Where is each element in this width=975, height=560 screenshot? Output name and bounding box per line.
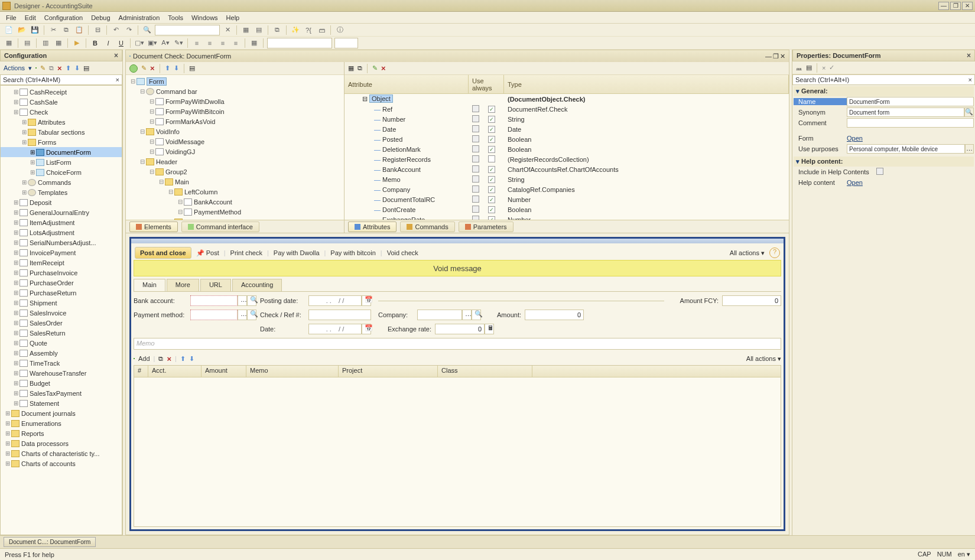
menu-windows[interactable]: Windows bbox=[191, 14, 218, 21]
edit-icon[interactable]: ✎ bbox=[40, 64, 46, 72]
tb2-icon-4[interactable]: ▦ bbox=[53, 38, 64, 48]
attr-row[interactable]: — DeletionMark✓Boolean bbox=[344, 144, 789, 154]
form-tree-item[interactable]: ⊟Command bar bbox=[126, 86, 344, 96]
form-add-icon[interactable] bbox=[129, 64, 138, 73]
form-edit-icon[interactable]: ✎ bbox=[141, 64, 147, 72]
minimize-button[interactable]: — bbox=[938, 2, 949, 10]
tree-item[interactable]: ⊞Forms bbox=[1, 137, 122, 147]
form-tree-item[interactable]: ⊟Form bbox=[126, 76, 344, 86]
pay-bitcoin-button[interactable]: Pay with bitcoin bbox=[330, 249, 375, 256]
tab-attributes[interactable]: Attributes bbox=[348, 222, 396, 232]
prop-comment-input[interactable] bbox=[847, 118, 974, 128]
attr-row[interactable]: — BankAccount✓ChartOfAccountsRef.ChartOf… bbox=[344, 164, 789, 174]
tb2-icon-3[interactable]: ▥ bbox=[40, 38, 51, 48]
tb2-icon-1[interactable]: ▦ bbox=[4, 38, 14, 48]
form-up-icon[interactable]: ⬆ bbox=[165, 64, 170, 72]
menu-configuration[interactable]: Configuration bbox=[44, 14, 83, 21]
form-down-icon[interactable]: ⬇ bbox=[174, 64, 179, 72]
form-tree-item[interactable]: ⊟Header bbox=[126, 157, 344, 167]
tree-item[interactable]: ⊞Enumerations bbox=[1, 418, 122, 428]
props-cat-icon[interactable]: ▤ bbox=[806, 64, 812, 71]
menu-administration[interactable]: Administration bbox=[119, 14, 160, 21]
attr-row[interactable]: — Company✓CatalogRef.Companies bbox=[344, 184, 789, 194]
help-content-link[interactable]: Open bbox=[847, 179, 863, 186]
grid-all-actions[interactable]: All actions ▾ bbox=[746, 355, 781, 363]
col-project[interactable]: Project bbox=[339, 366, 438, 377]
void-check-button[interactable]: Void check bbox=[387, 249, 418, 256]
attr-row[interactable]: — Memo✓String bbox=[344, 174, 789, 184]
attr-row[interactable]: — RegisterRecords(RegisterRecordsCollect… bbox=[344, 154, 789, 164]
tree-item[interactable]: ⊞TimeTrack bbox=[1, 358, 122, 368]
grid-add-icon[interactable] bbox=[134, 358, 135, 359]
tab-commands[interactable]: Commands bbox=[400, 222, 454, 232]
props-search[interactable]: Search (Ctrl+Alt+I)× bbox=[792, 74, 975, 85]
tab-elements[interactable]: Elements bbox=[129, 222, 178, 232]
config-search[interactable]: Search (Ctrl+Alt+M)× bbox=[0, 74, 122, 85]
db-icon[interactable]: 🗃 bbox=[316, 25, 327, 35]
attr-row[interactable]: — ExchangeRate✓Number bbox=[344, 214, 789, 220]
toolbar-icon-a[interactable]: ▦ bbox=[240, 25, 251, 35]
attr-row[interactable]: — DocumentTotalRC✓Number bbox=[344, 194, 789, 204]
tree-item[interactable]: ⊞Charts of characteristic ty... bbox=[1, 448, 122, 458]
tb2-icon-2[interactable]: ▤ bbox=[22, 38, 32, 48]
tree-item[interactable]: ⊞InvoicePayment bbox=[1, 248, 122, 258]
tree-item[interactable]: ⊞PurchaseOrder bbox=[1, 278, 122, 288]
tree-item[interactable]: ⊞Deposit bbox=[1, 197, 122, 207]
attr-row[interactable]: — Posted✓Boolean bbox=[344, 134, 789, 144]
form-tree-item[interactable]: ⊟VoidingGJ bbox=[126, 146, 344, 157]
tree-item[interactable]: ⊞SalesOrder bbox=[1, 318, 122, 328]
syntax-icon[interactable]: ?{ bbox=[303, 25, 314, 35]
compare-icon[interactable]: ⊟ bbox=[92, 25, 103, 35]
form-elements-tree[interactable]: ⊟Form⊟Command bar⊟FormPayWithDwolla⊟Form… bbox=[126, 75, 344, 220]
tab-command-interface[interactable]: Command interface bbox=[181, 222, 259, 232]
tree-item[interactable]: ⊞Reports bbox=[1, 428, 122, 438]
tree-item[interactable]: ⊞Attributes bbox=[1, 117, 122, 127]
check-ref-input[interactable] bbox=[308, 310, 371, 320]
tree-item[interactable]: ⊞WarehouseTransfer bbox=[1, 368, 122, 378]
cut-icon[interactable]: ✂ bbox=[48, 25, 58, 35]
exchange-rate-input[interactable] bbox=[435, 324, 485, 334]
form-tree-item[interactable]: ⊟Group2 bbox=[126, 167, 344, 177]
tree-item[interactable]: ⊞ItemReceipt bbox=[1, 258, 122, 268]
open-icon[interactable]: 📂 bbox=[17, 25, 27, 35]
include-help-checkbox[interactable] bbox=[876, 168, 883, 175]
grid-del-icon[interactable]: × bbox=[167, 354, 171, 363]
doc-max-icon[interactable]: ❐ bbox=[773, 53, 779, 60]
preview-tab-more[interactable]: More bbox=[167, 279, 199, 291]
col-acct[interactable]: Acct. bbox=[148, 366, 202, 377]
indent-icon[interactable]: ▦ bbox=[249, 38, 259, 48]
info-icon[interactable]: ⓘ bbox=[334, 25, 345, 35]
amount-fcy-input[interactable] bbox=[722, 295, 781, 306]
grid-copy-icon[interactable]: ⧉ bbox=[158, 355, 163, 363]
tree-item[interactable]: ⊞GeneralJournalEntry bbox=[1, 207, 122, 217]
actions-menu[interactable]: Actions bbox=[4, 64, 25, 71]
tree-item[interactable]: ⊞CashReceipt bbox=[1, 87, 122, 97]
find-combo[interactable] bbox=[155, 25, 220, 35]
attr-row[interactable]: — DontCreate✓Boolean bbox=[344, 204, 789, 214]
props-close-icon[interactable]: × bbox=[967, 51, 971, 60]
doc-min-icon[interactable]: — bbox=[765, 53, 772, 60]
col-memo[interactable]: Memo bbox=[246, 366, 339, 377]
find-clear-icon[interactable]: ✕ bbox=[222, 25, 233, 35]
find-icon[interactable]: 🔍 bbox=[142, 25, 152, 35]
doc-close-icon[interactable]: ✕ bbox=[780, 53, 785, 60]
restore-button[interactable]: ❐ bbox=[950, 2, 961, 10]
pay-dwolla-button[interactable]: Pay with Dwolla bbox=[274, 249, 320, 256]
play-icon[interactable]: ▶ bbox=[72, 38, 82, 48]
tree-item[interactable]: ⊞SerialNumbersAdjust... bbox=[1, 237, 122, 248]
tree-item[interactable]: ⊞LotsAdjustment bbox=[1, 227, 122, 237]
font-combo[interactable] bbox=[267, 38, 332, 48]
tree-item[interactable]: ⊞Templates bbox=[1, 187, 122, 197]
pen-icon[interactable]: ✎▾ bbox=[173, 38, 184, 48]
attributes-grid[interactable]: ⊟ Object(DocumentObject.Check)— Ref✓Docu… bbox=[344, 94, 789, 220]
tree-item[interactable]: ⊞Document journals bbox=[1, 408, 122, 418]
all-actions-menu[interactable]: All actions ▾ bbox=[730, 249, 765, 257]
attr-row[interactable]: — Number✓String bbox=[344, 114, 789, 124]
tab-parameters[interactable]: Parameters bbox=[459, 222, 514, 232]
payment-method-input[interactable] bbox=[190, 310, 238, 320]
menu-help[interactable]: Help bbox=[226, 14, 240, 21]
tree-item[interactable]: ⊞ChoiceForm bbox=[1, 167, 122, 177]
save-icon[interactable]: 💾 bbox=[30, 25, 40, 35]
attr-row[interactable]: — Ref✓DocumentRef.Check bbox=[344, 104, 789, 114]
form-prop-icon[interactable]: ▤ bbox=[189, 64, 195, 72]
